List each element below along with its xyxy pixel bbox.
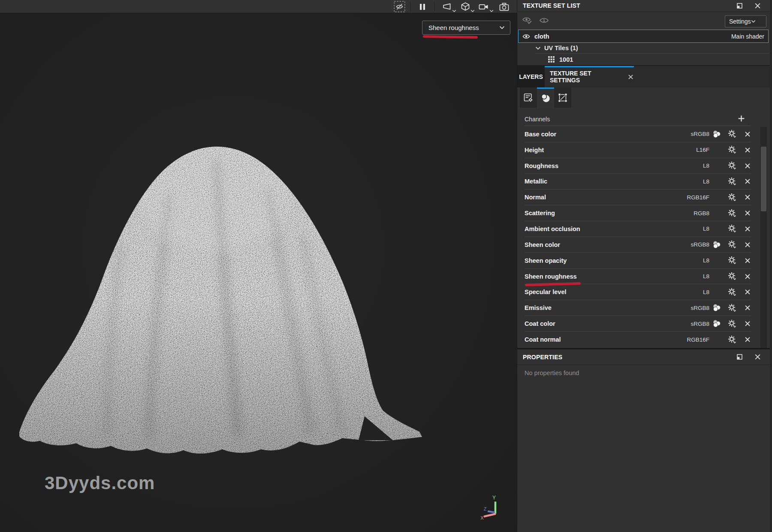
channel-label: Sheen color xyxy=(525,241,684,248)
channel-settings-gear-icon[interactable] xyxy=(728,177,737,186)
divider xyxy=(525,126,751,126)
settings-dropdown-value: Settings xyxy=(729,18,751,25)
channel-settings-gear-icon[interactable] xyxy=(728,145,737,154)
channel-settings-gear-icon[interactable] xyxy=(728,272,737,281)
uv-tile-row-1001[interactable]: 1001 xyxy=(517,54,772,65)
undock-panel-icon[interactable] xyxy=(736,353,743,361)
uv-tiles-row[interactable]: UV Tiles (1) xyxy=(517,43,772,53)
channels-scrollbar-track[interactable] xyxy=(760,127,767,348)
channel-row[interactable]: Base color sRGB8 xyxy=(525,126,751,142)
undock-panel-icon[interactable] xyxy=(736,2,743,9)
channel-row[interactable]: Sheen opacity L8 xyxy=(525,253,751,269)
channel-format: sRGB8 xyxy=(684,305,709,311)
channel-row[interactable]: Specular level L8 xyxy=(525,284,751,300)
screenshot-icon[interactable] xyxy=(497,0,511,13)
channels-title: Channels xyxy=(525,116,772,123)
texture-set-row-cloth[interactable]: cloth Main shader xyxy=(518,30,769,43)
channel-settings-gear-icon[interactable] xyxy=(728,161,737,170)
channel-delete-icon[interactable] xyxy=(744,162,751,169)
close-panel-icon[interactable] xyxy=(754,2,761,9)
color-swatches-icon xyxy=(712,319,722,328)
channel-settings-gear-icon[interactable] xyxy=(728,288,737,297)
channel-row[interactable]: Sheen color sRGB8 xyxy=(525,237,751,253)
channel-row[interactable]: Normal RGB16F xyxy=(525,189,751,205)
camera-mode-icon[interactable] xyxy=(477,0,491,13)
channel-delete-icon[interactable] xyxy=(744,289,751,295)
texture-set-name: cloth xyxy=(534,33,731,40)
eye-icon[interactable] xyxy=(522,33,530,40)
channel-delete-icon[interactable] xyxy=(744,194,751,201)
channel-format: L8 xyxy=(684,178,709,185)
subtab-general-settings[interactable] xyxy=(520,87,537,108)
color-swatches-icon xyxy=(712,240,722,249)
channel-settings-gear-icon[interactable] xyxy=(728,335,737,344)
viewport-display-mode-icon[interactable] xyxy=(440,0,453,13)
channel-delete-icon[interactable] xyxy=(744,147,751,153)
channel-format: sRGB8 xyxy=(684,241,709,248)
channel-delete-icon[interactable] xyxy=(744,336,751,343)
channel-delete-icon[interactable] xyxy=(744,257,751,264)
channel-settings-gear-icon[interactable] xyxy=(728,224,737,233)
channel-row[interactable]: Height L16F xyxy=(525,142,751,158)
channel-label: Roughness xyxy=(525,162,684,169)
channel-settings-gear-icon[interactable] xyxy=(728,240,737,249)
visibility-all-icon[interactable] xyxy=(522,16,533,25)
tab-layers-label: LAYERS xyxy=(519,73,543,80)
mesh-display-mode-icon[interactable] xyxy=(459,0,472,13)
subtab-mesh-maps[interactable] xyxy=(554,87,571,108)
channel-format: sRGB8 xyxy=(684,321,709,327)
channel-delete-icon[interactable] xyxy=(744,131,751,138)
tab-layers[interactable]: LAYERS xyxy=(517,66,545,87)
channel-row[interactable]: Metallic L8 xyxy=(525,174,751,190)
channel-row[interactable]: Coat color sRGB8 xyxy=(525,316,751,332)
chevron-down-icon xyxy=(489,9,494,12)
channel-delete-icon[interactable] xyxy=(744,210,751,216)
channel-format: RGB16F xyxy=(684,194,709,201)
toolbar-divider xyxy=(410,2,411,11)
channel-settings-gear-icon[interactable] xyxy=(728,319,737,328)
channel-delete-icon[interactable] xyxy=(744,273,751,280)
channel-delete-icon[interactable] xyxy=(744,241,751,248)
channel-label: Base color xyxy=(525,131,684,138)
tile-grid-icon xyxy=(548,56,555,63)
channel-settings-gear-icon[interactable] xyxy=(728,193,737,202)
tab-texture-set-settings-label: TEXTURE SET SETTINGS xyxy=(550,70,621,84)
3d-viewport[interactable]: Sheen roughness 3Dyyds.com Y Z X xyxy=(0,13,517,532)
cloth-3d-model xyxy=(0,13,517,532)
channel-delete-icon[interactable] xyxy=(744,304,751,311)
add-channel-icon[interactable] xyxy=(738,115,745,122)
channels-section-header: Channels xyxy=(517,112,772,126)
channel-format: L8 xyxy=(684,225,709,232)
channel-row[interactable]: Roughness L8 xyxy=(525,158,751,174)
channel-settings-gear-icon[interactable] xyxy=(728,129,737,138)
channel-row[interactable]: Scattering RGB8 xyxy=(525,205,751,221)
channel-label: Scattering xyxy=(525,210,684,216)
channel-format: RGB8 xyxy=(684,210,709,216)
channel-row[interactable]: Coat normal RGB16F xyxy=(525,332,751,348)
axis-gizmo: Y Z X xyxy=(479,493,507,523)
channel-format: RGB16F xyxy=(684,337,709,343)
texture-set-list-header: TEXTURE SET LIST xyxy=(517,0,772,12)
channel-row[interactable]: Emissive sRGB8 xyxy=(525,300,751,316)
texture-set-settings-dropdown[interactable]: Settings xyxy=(725,15,766,27)
chevron-down-icon[interactable] xyxy=(535,46,541,50)
axis-y-label: Y xyxy=(492,495,496,501)
channel-view-dropdown[interactable]: Sheen roughness xyxy=(422,21,510,35)
close-panel-icon[interactable] xyxy=(754,353,761,361)
channels-scrollbar-thumb[interactable] xyxy=(761,147,766,211)
channel-delete-icon[interactable] xyxy=(744,225,751,232)
watermark-text: 3Dyyds.com xyxy=(45,473,155,493)
visibility-single-icon[interactable] xyxy=(539,16,549,25)
channel-row[interactable]: Ambient occlusion L8 xyxy=(525,221,751,237)
pause-icon[interactable] xyxy=(417,0,428,13)
channel-delete-icon[interactable] xyxy=(744,320,751,327)
tab-texture-set-settings[interactable]: TEXTURE SET SETTINGS xyxy=(545,66,634,87)
channel-delete-icon[interactable] xyxy=(744,178,751,185)
channel-row[interactable]: Sheen roughness L8 xyxy=(525,269,751,285)
selection-visibility-toggle-icon[interactable] xyxy=(392,0,406,13)
channel-settings-gear-icon[interactable] xyxy=(728,209,737,218)
channel-settings-gear-icon[interactable] xyxy=(728,256,737,265)
channel-settings-gear-icon[interactable] xyxy=(728,304,737,313)
close-tab-icon[interactable] xyxy=(627,74,634,80)
subtab-channels[interactable] xyxy=(537,87,554,108)
